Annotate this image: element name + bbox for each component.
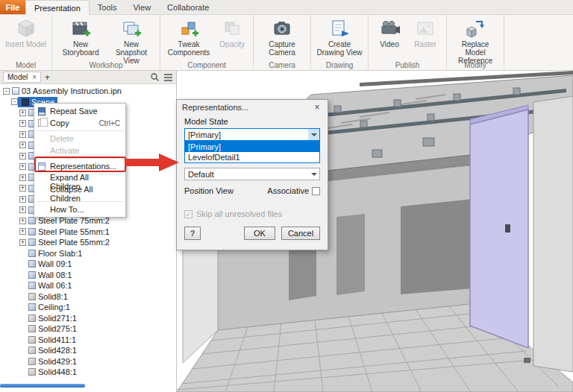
wall-recess bbox=[401, 199, 473, 294]
expand-icon[interactable]: + bbox=[19, 206, 26, 213]
menu-separator bbox=[36, 130, 124, 131]
associative-checkbox[interactable] bbox=[312, 187, 320, 195]
tree-item[interactable]: +Steel Plate 55mm:2 bbox=[0, 237, 176, 248]
tree-item[interactable]: Solid411:1 bbox=[0, 335, 176, 346]
browser-header: Model × + bbox=[0, 71, 176, 84]
chevron-down-icon[interactable] bbox=[308, 129, 319, 140]
create-drawing-view-button[interactable]: Create Drawing View bbox=[315, 17, 364, 57]
tree-item[interactable]: Ceiling:1 bbox=[0, 302, 176, 313]
raster-icon bbox=[415, 18, 436, 39]
replace-model-reference-button[interactable]: Replace Model Reference bbox=[451, 17, 500, 65]
menu-item-collapse-all-children[interactable]: Collapse All Children bbox=[34, 188, 125, 200]
menu-item-copy[interactable]: Copy Ctrl+C bbox=[34, 117, 125, 129]
close-icon[interactable]: × bbox=[312, 102, 322, 113]
expand-icon[interactable]: + bbox=[19, 239, 26, 246]
tree-item[interactable]: Solid271:1 bbox=[0, 313, 176, 324]
solid-icon bbox=[28, 347, 36, 354]
help-button[interactable]: ? bbox=[184, 227, 201, 240]
add-panel-icon[interactable]: + bbox=[45, 73, 50, 82]
dropdown-option-primary[interactable]: [Primary] bbox=[185, 142, 319, 152]
expand-icon[interactable]: + bbox=[19, 185, 26, 192]
tweak-components-button[interactable]: Tweak Components bbox=[164, 17, 213, 57]
collapse-expander-icon[interactable]: - bbox=[11, 98, 18, 105]
menu-item-repeat-save[interactable]: Repeat Save bbox=[34, 105, 125, 117]
tree-item-label: Steel Plate 55mm:1 bbox=[38, 227, 110, 236]
model-state-combobox[interactable]: [Primary] bbox=[184, 128, 320, 141]
menu-item-activate[interactable]: Activate bbox=[34, 145, 125, 157]
skip-unresolved-checkbox[interactable]: ✓ bbox=[184, 210, 192, 218]
ribbon-group-drawing: Create Drawing View Drawing bbox=[311, 15, 369, 70]
tab-tools[interactable]: Tools bbox=[90, 0, 125, 14]
group-label-camera: Camera bbox=[254, 61, 310, 69]
new-storyboard-button[interactable]: New Storyboard bbox=[56, 17, 105, 57]
ribbon-group-modify: Replace Model Reference Modify bbox=[447, 15, 504, 70]
tree-item-label: Solid448:1 bbox=[38, 367, 77, 376]
tree-item[interactable]: +Steel Plate 55mm:1 bbox=[0, 227, 176, 238]
expand-icon[interactable]: + bbox=[19, 174, 26, 181]
tree-item[interactable]: Solid428:1 bbox=[0, 345, 176, 356]
file-menu-button[interactable]: File bbox=[0, 0, 25, 14]
tree-item[interactable]: Solid275:1 bbox=[0, 323, 176, 335]
horizontal-scrollbar-thumb[interactable] bbox=[0, 384, 85, 388]
menu-item-how-to[interactable]: How To... bbox=[34, 203, 125, 215]
position-view-label: Position View bbox=[184, 186, 234, 195]
menu-item-representations[interactable]: Representations... bbox=[34, 160, 125, 172]
titlebar: File Presentation Tools View Collaborate bbox=[0, 0, 573, 15]
expand-icon[interactable]: + bbox=[19, 163, 26, 170]
expand-icon[interactable]: + bbox=[19, 120, 26, 127]
dropdown-option-levelofdetail1[interactable]: LevelofDetail1 bbox=[185, 152, 319, 162]
tree-item-label: Solid411:1 bbox=[38, 335, 76, 344]
capture-camera-button[interactable]: Capture Camera bbox=[257, 17, 307, 57]
tree-item[interactable]: Wall 09:1 bbox=[0, 259, 176, 270]
group-label-workshop: Workshop bbox=[52, 61, 160, 69]
solid-icon bbox=[28, 336, 36, 344]
insert-model-button[interactable]: Insert Model bbox=[4, 17, 48, 48]
tab-collaborate[interactable]: Collaborate bbox=[159, 0, 217, 14]
menu-label: Repeat Save bbox=[50, 107, 120, 116]
menu-item-delete[interactable]: Delete bbox=[34, 133, 125, 145]
solid-icon bbox=[28, 358, 36, 365]
tree-item[interactable]: Solid429:1 bbox=[0, 356, 176, 367]
solid-icon bbox=[28, 325, 36, 332]
cancel-button[interactable]: Cancel bbox=[281, 227, 320, 240]
solid-icon bbox=[28, 293, 36, 300]
expand-icon[interactable]: + bbox=[19, 110, 26, 116]
expand-icon[interactable]: + bbox=[19, 196, 26, 203]
tree-item[interactable]: Floor Slab:1 bbox=[0, 248, 176, 259]
raster-button[interactable]: Raster bbox=[408, 17, 442, 48]
right-wall-panel bbox=[533, 96, 573, 372]
video-button[interactable]: Video bbox=[372, 17, 407, 48]
panel-menu-icon[interactable] bbox=[163, 72, 173, 82]
new-snapshot-view-button[interactable]: New Snapshot View bbox=[107, 17, 156, 65]
new-snapshot-view-icon bbox=[121, 18, 142, 39]
tree-item[interactable]: Solid8:1 bbox=[0, 291, 176, 303]
tab-view[interactable]: View bbox=[125, 0, 159, 14]
ribbon: Insert Model Model New Storyboard New S bbox=[0, 15, 573, 71]
expand-icon[interactable]: + bbox=[19, 228, 26, 235]
capture-camera-icon bbox=[272, 18, 292, 39]
tree-item-label: Steel Plate 75mm:2 bbox=[38, 216, 110, 225]
tree-item[interactable]: Wall 08:1 bbox=[0, 270, 176, 281]
model-panel-tab[interactable]: Model × bbox=[3, 72, 41, 83]
close-icon[interactable]: × bbox=[32, 74, 37, 81]
default-combobox[interactable]: Default bbox=[184, 168, 320, 180]
search-icon[interactable] bbox=[150, 72, 160, 82]
expand-icon[interactable]: + bbox=[19, 131, 26, 138]
tab-presentation[interactable]: Presentation bbox=[25, 0, 90, 15]
expand-icon[interactable]: + bbox=[19, 142, 26, 148]
dialog-titlebar[interactable]: Representations... × bbox=[177, 100, 328, 115]
expand-icon[interactable]: + bbox=[19, 153, 26, 159]
scene-icon bbox=[22, 98, 29, 106]
ok-button[interactable]: OK bbox=[244, 227, 275, 240]
chevron-down-icon[interactable] bbox=[308, 168, 319, 180]
collapse-expander-icon[interactable]: - bbox=[3, 88, 10, 95]
part-icon bbox=[28, 228, 36, 235]
model-state-label: Model State bbox=[184, 117, 320, 126]
ribbon-group-model: Insert Model Model bbox=[0, 15, 52, 70]
tree-item[interactable]: Solid448:1 bbox=[0, 367, 176, 378]
tree-item[interactable]: Wall 06:1 bbox=[0, 280, 176, 291]
opacity-button[interactable]: Opacity bbox=[215, 17, 249, 48]
expand-icon[interactable]: + bbox=[19, 218, 26, 224]
tree-root[interactable]: - 03 Assembly Instruction.ipn bbox=[0, 86, 176, 97]
part-icon bbox=[28, 260, 36, 268]
